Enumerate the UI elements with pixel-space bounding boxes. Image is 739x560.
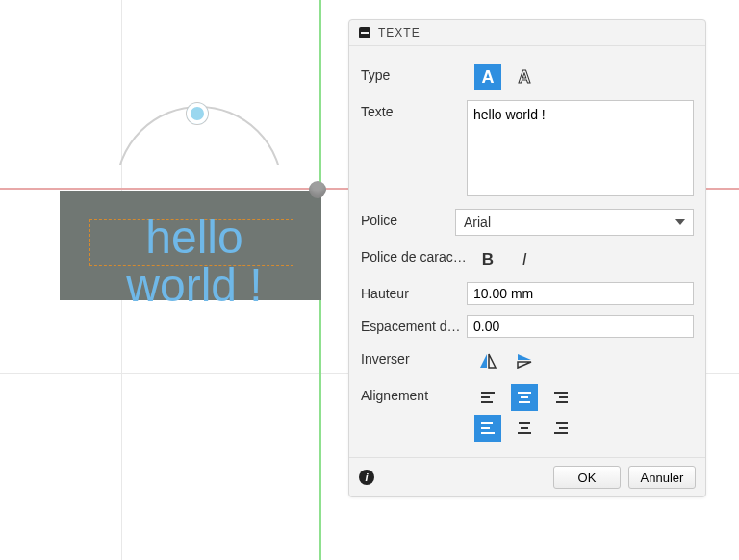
cancel-button[interactable]: Annuler [628, 466, 696, 489]
flip-vertical-icon[interactable] [511, 347, 538, 374]
type-filled-icon[interactable]: A [474, 64, 501, 90]
type-label: Type [361, 64, 474, 83]
align-bottom-left-icon[interactable] [474, 415, 501, 442]
italic-toggle[interactable]: I [511, 245, 538, 272]
canvas-text-line2: world ! [126, 260, 262, 311]
svg-text:B: B [482, 250, 494, 268]
svg-text:A: A [482, 67, 495, 87]
type-outline-icon[interactable]: A [511, 64, 538, 90]
font-label: Police [361, 209, 455, 228]
align-top-right-icon[interactable] [548, 384, 574, 411]
font-value: Arial [464, 215, 491, 230]
collapse-icon[interactable] [359, 27, 370, 38]
align-bottom-right-icon[interactable] [548, 415, 574, 442]
svg-text:I: I [522, 250, 527, 268]
height-input[interactable] [467, 282, 694, 305]
canvas-text[interactable]: hello world ! [98, 214, 291, 310]
align-bottom-center-icon[interactable] [511, 415, 538, 442]
rotation-handle[interactable] [187, 103, 208, 124]
flip-horizontal-icon[interactable] [474, 347, 501, 374]
info-icon[interactable]: i [359, 470, 374, 485]
svg-text:A: A [518, 67, 530, 87]
height-label: Hauteur [361, 282, 467, 301]
font-select[interactable]: Arial [455, 209, 694, 236]
panel-title: TEXTE [378, 26, 420, 39]
spacing-label: Espacement d… [361, 315, 467, 334]
chevron-down-icon [675, 219, 685, 225]
align-top-center-icon[interactable] [511, 384, 538, 411]
canvas-text-line1: hello [145, 212, 242, 263]
text-input[interactable] [467, 100, 694, 196]
bold-toggle[interactable]: B [474, 245, 501, 272]
font-style-label: Police de carac… [361, 245, 474, 265]
flip-label: Inverser [361, 347, 474, 367]
ok-button[interactable]: OK [553, 466, 621, 489]
align-top-left-icon[interactable] [474, 384, 501, 411]
origin-handle[interactable] [309, 181, 326, 198]
spacing-input[interactable] [467, 315, 694, 338]
text-properties-panel: TEXTE Type A A Texte Police A [348, 19, 706, 497]
text-label: Texte [361, 100, 467, 119]
panel-header[interactable]: TEXTE [349, 20, 705, 46]
align-label: Alignement [361, 384, 474, 403]
